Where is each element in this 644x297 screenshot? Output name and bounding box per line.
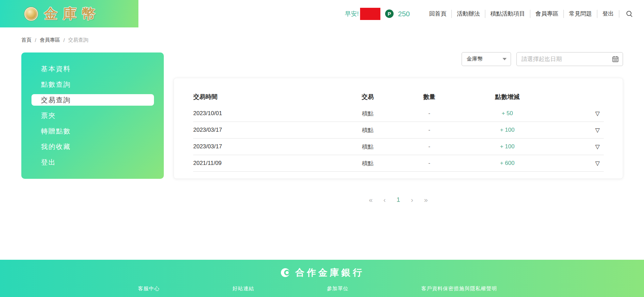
- cell-quantity: -: [394, 143, 464, 150]
- coin-logo-icon: [24, 7, 38, 21]
- sidebar-item-transfer-points[interactable]: 轉贈點數: [21, 123, 164, 139]
- sidebar-item-ticket-wallet[interactable]: 票夾: [21, 108, 164, 123]
- cell-quantity: -: [394, 160, 464, 167]
- sidebar-item-logout[interactable]: 登出: [21, 154, 164, 170]
- greeting-text: 早安!: [345, 10, 359, 18]
- column-header-transaction: 交易: [341, 93, 395, 101]
- footer-link-participating-units[interactable]: 參加單位: [327, 285, 349, 292]
- breadcrumb-current-page: 交易查詢: [68, 37, 88, 43]
- breadcrumb-home[interactable]: 首頁: [21, 37, 31, 43]
- table-row: 2023/03/17 積點 - + 100 ▽: [193, 139, 604, 155]
- row-expand-icon[interactable]: ▽: [595, 160, 600, 167]
- date-range-field[interactable]: [516, 52, 623, 66]
- main-nav: 回首頁 活動辦法 積點活動項目 會員專區 常見問題 登出: [424, 10, 635, 18]
- cell-quantity: -: [394, 110, 464, 117]
- sidebar-item-profile[interactable]: 基本資料: [21, 61, 164, 77]
- footer-link-privacy-statement[interactable]: 客戶資料保密措施與隱私權聲明: [421, 285, 497, 292]
- cell-quantity: -: [394, 127, 464, 133]
- cell-transaction-type: 積點: [341, 110, 395, 118]
- cell-points-change: + 50: [464, 110, 551, 117]
- cell-points-change: + 100: [464, 143, 551, 150]
- breadcrumb: 首頁 / 會員專區 / 交易查詢: [21, 37, 88, 43]
- cell-points-change: + 100: [464, 127, 551, 133]
- search-icon: [626, 10, 633, 18]
- nav-item-member-area[interactable]: 會員專區: [530, 10, 563, 18]
- censored-username: [360, 8, 380, 20]
- row-expand-icon[interactable]: ▽: [595, 144, 600, 150]
- footer-bank-name: 合作金庫銀行: [295, 267, 364, 279]
- transactions-card: 交易時間 交易 數量 點數增減 2023/10/01 積點 - + 50 ▽ 2…: [174, 78, 623, 179]
- pagination-last-button[interactable]: »: [424, 195, 428, 205]
- site-logo-text: 金庫幣: [44, 4, 101, 23]
- pagination-current-page[interactable]: 1: [397, 195, 400, 205]
- currency-select[interactable]: 金庫幣: [462, 52, 511, 66]
- header: 金庫幣 早安! P 250 回首頁 活動辦法 積點活動項目 會員專區 常見問題 …: [0, 0, 644, 27]
- cell-transaction-date: 2023/10/01: [193, 110, 341, 117]
- nav-item-home[interactable]: 回首頁: [424, 10, 451, 18]
- table-row: 2023/10/01 積點 - + 50 ▽: [193, 105, 604, 122]
- row-expand-icon[interactable]: ▽: [595, 110, 600, 117]
- sidebar-item-points-inquiry[interactable]: 點數查詢: [21, 77, 164, 92]
- footer-brand: 合作金庫銀行: [0, 267, 644, 279]
- breadcrumb-separator: /: [63, 37, 65, 43]
- footer-link-customer-service[interactable]: 客服中心: [138, 285, 160, 292]
- cell-transaction-date: 2023/03/17: [193, 143, 341, 150]
- cell-points-change: + 600: [464, 160, 551, 167]
- table-row: 2021/11/09 積點 - + 600 ▽: [193, 155, 604, 172]
- points-balance: 250: [398, 10, 410, 18]
- breadcrumb-member-area[interactable]: 會員專區: [40, 37, 60, 43]
- search-button[interactable]: [619, 10, 635, 18]
- cell-transaction-date: 2021/11/09: [193, 160, 341, 167]
- footer: 合作金庫銀行 客服中心 好站連結 參加單位 客戶資料保密措施與隱私權聲明: [0, 260, 644, 297]
- pagination: « ‹ 1 › »: [174, 195, 623, 205]
- nav-item-faq[interactable]: 常見問題: [563, 10, 597, 18]
- nav-item-points-programs[interactable]: 積點活動項目: [485, 10, 530, 18]
- chevron-down-icon: [503, 58, 507, 60]
- column-header-transaction-time: 交易時間: [193, 93, 341, 101]
- currency-select-value: 金庫幣: [467, 56, 483, 63]
- pagination-prev-button[interactable]: ‹: [383, 195, 386, 205]
- member-sidebar: 基本資料 點數查詢 交易查詢 票夾 轉贈點數 我的收藏 登出: [21, 52, 164, 179]
- column-header-quantity: 數量: [394, 93, 464, 101]
- pagination-first-button[interactable]: «: [369, 195, 373, 205]
- table-row: 2023/03/17 積點 - + 100 ▽: [193, 122, 604, 139]
- filter-bar: 金庫幣: [462, 52, 623, 66]
- cell-transaction-type: 積點: [341, 126, 395, 134]
- nav-item-activity-rules[interactable]: 活動辦法: [451, 10, 485, 18]
- breadcrumb-separator: /: [35, 37, 36, 43]
- table-header-row: 交易時間 交易 數量 點數增減: [193, 88, 604, 105]
- points-badge-icon: P: [385, 9, 394, 18]
- cell-transaction-type: 積點: [341, 160, 395, 167]
- footer-link-related-sites[interactable]: 好站連結: [232, 285, 254, 292]
- cell-transaction-type: 積點: [341, 143, 395, 151]
- header-right: 早安! P 250 回首頁 活動辦法 積點活動項目 會員專區 常見問題 登出: [345, 8, 644, 20]
- sidebar-item-transaction-inquiry[interactable]: 交易查詢: [31, 94, 154, 106]
- sidebar-item-favorites[interactable]: 我的收藏: [21, 139, 164, 154]
- pagination-next-button[interactable]: ›: [411, 195, 413, 205]
- bank-logo-icon: [280, 267, 291, 278]
- nav-item-logout[interactable]: 登出: [597, 10, 619, 18]
- site-logo[interactable]: 金庫幣: [0, 0, 138, 27]
- row-expand-icon[interactable]: ▽: [595, 127, 600, 133]
- cell-transaction-date: 2023/03/17: [193, 127, 341, 133]
- date-range-input[interactable]: [521, 56, 612, 63]
- calendar-icon[interactable]: [612, 56, 619, 62]
- column-header-points-change: 點數增減: [464, 93, 551, 101]
